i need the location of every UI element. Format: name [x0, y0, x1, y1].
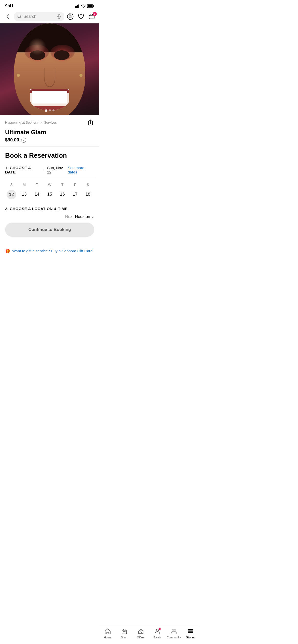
- ai-chat-button[interactable]: [67, 13, 74, 20]
- battery-icon: [87, 4, 94, 8]
- signal-icon: [75, 4, 79, 8]
- breadcrumb-separator: >: [40, 121, 42, 124]
- location-row[interactable]: Near Houston ⌄: [5, 214, 94, 219]
- share-icon: [88, 119, 93, 126]
- carousel-dots: [45, 109, 55, 112]
- day-mon: M: [18, 183, 31, 187]
- status-icons: [75, 4, 94, 8]
- status-time: 9:41: [5, 4, 13, 9]
- header: Search: [0, 11, 99, 23]
- hero-image: [0, 23, 99, 115]
- mic-icon: [57, 14, 61, 19]
- ai-chat-icon: [67, 13, 74, 20]
- calendar-date-13[interactable]: 13: [18, 190, 31, 199]
- product-price: $90.00: [5, 137, 19, 143]
- breadcrumb-part1[interactable]: Happening at Sephora: [5, 121, 38, 124]
- reservation-section: Book a Reservation 1. CHOOSE A DATE · Su…: [0, 147, 99, 199]
- calendar-date-14[interactable]: 14: [31, 190, 43, 199]
- search-icon: [17, 14, 21, 19]
- header-icons: 2: [67, 13, 95, 20]
- svg-rect-14: [89, 15, 94, 19]
- svg-rect-2: [77, 5, 78, 8]
- calendar-date-18[interactable]: 18: [82, 190, 94, 199]
- svg-rect-6: [88, 5, 93, 7]
- day-tue: T: [31, 183, 43, 187]
- cart-badge: 2: [93, 12, 97, 16]
- day-thu: T: [56, 183, 69, 187]
- product-title: Ultimate Glam: [5, 129, 94, 136]
- location-value: Houston: [75, 214, 90, 219]
- calendar-date-16[interactable]: 16: [56, 190, 69, 199]
- day-sat: S: [82, 183, 94, 187]
- wifi-icon: [81, 4, 86, 8]
- product-info: Happening at Sephora > Services Ultimate…: [0, 115, 99, 147]
- step1-left: 1. CHOOSE A DATE · Sun, Nov 12: [5, 166, 68, 174]
- back-icon: [6, 14, 9, 19]
- near-label: Near: [65, 214, 74, 219]
- step2-label: 2. CHOOSE A LOCATION & TIME: [5, 207, 94, 211]
- step1-header: 1. CHOOSE A DATE · Sun, Nov 12 See more …: [5, 166, 94, 174]
- svg-rect-0: [75, 6, 76, 8]
- step1-label: 1. CHOOSE A DATE: [5, 166, 42, 174]
- continue-booking-button[interactable]: Continue to Booking: [5, 223, 94, 237]
- calendar-date-12[interactable]: 12: [7, 190, 16, 199]
- breadcrumb-row: Happening at Sephora > Services: [5, 119, 94, 126]
- breadcrumb-part2[interactable]: Services: [44, 121, 57, 124]
- gift-emoji: 🎁: [5, 248, 10, 253]
- gift-card-row: 🎁 Want to gift a service? Buy a Sephora …: [0, 246, 99, 258]
- step1-dot: ·: [44, 168, 45, 172]
- status-bar: 9:41: [0, 0, 99, 11]
- svg-point-13: [70, 14, 71, 15]
- location-chevron-icon: ⌄: [91, 215, 94, 219]
- svg-rect-1: [76, 6, 77, 8]
- see-more-dates-link[interactable]: See more dates: [68, 166, 94, 174]
- step1-value: Sun, Nov 12: [47, 166, 68, 174]
- svg-rect-5: [93, 5, 94, 7]
- svg-rect-3: [78, 5, 79, 8]
- day-wed: W: [43, 183, 56, 187]
- bottom-padding: [0, 258, 99, 286]
- svg-rect-8: [58, 14, 60, 17]
- calendar: S M T W T F S 12 13 14 15 16 17 18: [5, 179, 94, 199]
- gift-card-link[interactable]: Want to gift a service? Buy a Sephora Gi…: [12, 249, 92, 253]
- day-fri: F: [69, 183, 82, 187]
- price-row: $90.00 i: [5, 137, 94, 143]
- step2-section: 2. CHOOSE A LOCATION & TIME Near Houston…: [0, 207, 99, 246]
- dot-1[interactable]: [45, 109, 47, 112]
- wishlist-button[interactable]: [77, 13, 85, 20]
- back-button[interactable]: [4, 13, 12, 20]
- cart-button[interactable]: 2: [88, 13, 95, 20]
- model-face: [14, 23, 85, 115]
- search-bar[interactable]: Search: [14, 12, 64, 21]
- search-placeholder: Search: [23, 14, 55, 19]
- share-button[interactable]: [87, 119, 94, 126]
- dot-2[interactable]: [49, 109, 51, 111]
- calendar-dates-row: 12 13 14 15 16 17 18: [5, 190, 94, 199]
- breadcrumb: Happening at Sephora > Services: [5, 121, 57, 124]
- calendar-day-headers: S M T W T F S: [5, 183, 94, 187]
- price-info-button[interactable]: i: [21, 138, 26, 143]
- calendar-date-15[interactable]: 15: [43, 190, 56, 199]
- calendar-date-17[interactable]: 17: [69, 190, 82, 199]
- heart-icon: [78, 14, 84, 19]
- day-sun: S: [5, 183, 18, 187]
- reservation-title: Book a Reservation: [5, 152, 94, 159]
- dot-3[interactable]: [52, 109, 55, 111]
